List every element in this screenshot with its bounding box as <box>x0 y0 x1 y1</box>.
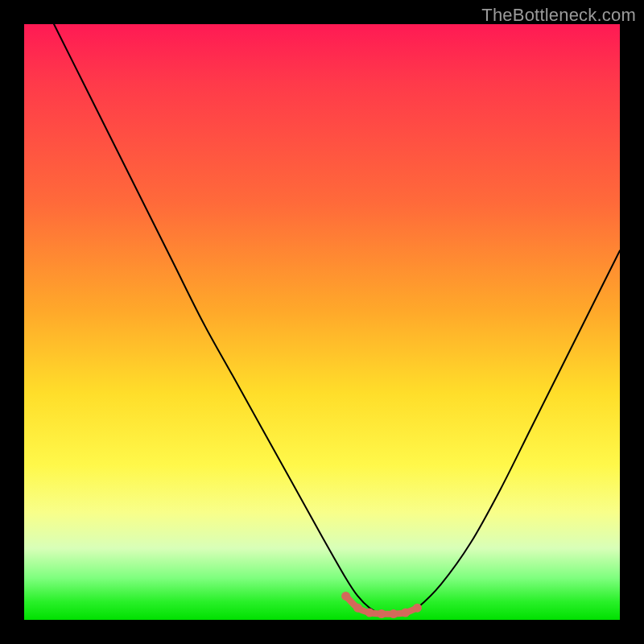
highlight-dot <box>365 609 374 617</box>
highlight-dot <box>378 609 386 618</box>
highlight-dot <box>413 604 422 613</box>
main-curve <box>54 24 620 614</box>
plot-area <box>24 24 620 620</box>
bottom-marker-group <box>341 592 422 618</box>
highlight-dot <box>401 609 410 617</box>
highlight-dot <box>353 604 362 613</box>
highlight-dot <box>341 592 350 601</box>
curve-svg <box>24 24 620 620</box>
chart-stage: TheBottleneck.com <box>0 0 644 644</box>
watermark-text: TheBottleneck.com <box>481 5 636 26</box>
highlight-dot <box>389 609 398 618</box>
